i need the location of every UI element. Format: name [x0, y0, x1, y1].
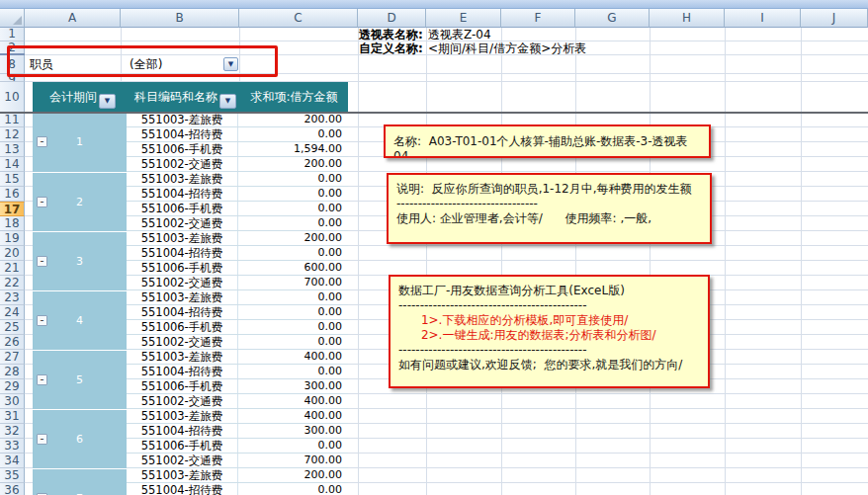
- account-cell[interactable]: 551002-交通费: [127, 157, 237, 171]
- pivot-name-value-cell[interactable]: 透视表Z-04: [428, 29, 491, 41]
- account-cell[interactable]: 551004-招待费: [127, 187, 237, 201]
- value-cell[interactable]: 0.00: [237, 365, 348, 378]
- column-header-g[interactable]: G: [575, 9, 650, 28]
- period-group-2[interactable]: -2: [33, 172, 127, 231]
- account-filter-dropdown-icon[interactable]: ▼: [219, 94, 236, 109]
- account-cell[interactable]: 551006-手机费: [127, 142, 237, 156]
- row-header-10[interactable]: 10: [0, 82, 25, 113]
- account-cell[interactable]: 551004-招待费: [127, 365, 237, 378]
- note-box-promo[interactable]: 数据工厂-用友数据查询分析工具(ExceL版)-----------------…: [389, 275, 710, 388]
- value-cell[interactable]: 400.00: [237, 394, 348, 408]
- value-cell[interactable]: 0.00: [237, 246, 348, 260]
- custom-name-label-cell[interactable]: 自定义名称:: [359, 42, 423, 55]
- custom-name-value-cell[interactable]: <期间/科目/借方金额>分析表: [428, 42, 586, 55]
- value-cell[interactable]: 400.00: [237, 350, 348, 364]
- select-all-corner[interactable]: [0, 9, 25, 28]
- row-header-24[interactable]: 24: [0, 305, 25, 320]
- value-cell[interactable]: 0.00: [237, 216, 348, 230]
- account-cell[interactable]: 551003-差旅费: [127, 350, 237, 364]
- account-cell[interactable]: 551002-交通费: [127, 394, 237, 408]
- row-header-32[interactable]: 32: [0, 424, 25, 439]
- value-cell[interactable]: 700.00: [237, 276, 348, 289]
- row-header-11[interactable]: 11: [0, 113, 25, 127]
- row-header-25[interactable]: 25: [0, 320, 25, 335]
- row-header-20[interactable]: 20: [0, 246, 25, 261]
- column-header-j[interactable]: J: [801, 9, 868, 28]
- account-cell[interactable]: 551003-差旅费: [127, 409, 237, 423]
- row-header-15[interactable]: 15: [0, 172, 25, 187]
- account-cell[interactable]: 551006-手机费: [127, 320, 237, 334]
- column-header-a[interactable]: A: [25, 9, 121, 28]
- pivot-header-values[interactable]: 求和项:借方金额: [240, 89, 348, 106]
- value-cell[interactable]: 300.00: [237, 424, 348, 438]
- account-cell[interactable]: 551006-手机费: [127, 439, 237, 453]
- period-filter-dropdown-icon[interactable]: ▼: [99, 94, 116, 109]
- account-cell[interactable]: 551003-差旅费: [127, 113, 237, 126]
- row-header-22[interactable]: 22: [0, 276, 25, 290]
- value-cell[interactable]: 300.00: [237, 379, 348, 393]
- account-cell[interactable]: 551002-交通费: [127, 454, 237, 467]
- account-cell[interactable]: 551004-招待费: [127, 127, 237, 141]
- row-header-23[interactable]: 23: [0, 290, 25, 305]
- column-header-b[interactable]: B: [121, 9, 239, 28]
- value-cell[interactable]: 600.00: [237, 261, 348, 275]
- account-cell[interactable]: 551004-招待费: [127, 424, 237, 438]
- value-cell[interactable]: 400.00: [237, 409, 348, 423]
- value-cell[interactable]: 0.00: [237, 320, 348, 334]
- period-group-7[interactable]: -7: [33, 468, 127, 495]
- account-cell[interactable]: 551002-交通费: [127, 216, 237, 230]
- account-cell[interactable]: 551006-手机费: [127, 202, 237, 215]
- column-header-e[interactable]: E: [426, 9, 501, 28]
- value-cell[interactable]: 0.00: [237, 172, 348, 186]
- column-header-i[interactable]: I: [725, 9, 801, 28]
- value-cell[interactable]: 0.00: [237, 335, 348, 349]
- account-cell[interactable]: 551003-差旅费: [127, 172, 237, 186]
- row-header-13[interactable]: 13: [0, 142, 25, 157]
- value-cell[interactable]: 0.00: [237, 187, 348, 201]
- period-group-5[interactable]: -5: [33, 350, 127, 409]
- row-header-36[interactable]: 36: [0, 483, 25, 495]
- account-cell[interactable]: 551004-招待费: [127, 483, 237, 495]
- account-cell[interactable]: 551002-交通费: [127, 276, 237, 289]
- column-header-c[interactable]: C: [239, 9, 358, 28]
- value-cell[interactable]: 0.00: [237, 305, 348, 319]
- note-box-name[interactable]: 名称: A03-T01-01个人核算-辅助总账-数据表-3-透视表04: [384, 124, 711, 158]
- row-header-30[interactable]: 30: [0, 394, 25, 409]
- row-header-14[interactable]: 14: [0, 157, 25, 172]
- account-cell[interactable]: 551003-差旅费: [127, 468, 237, 482]
- value-cell[interactable]: 0.00: [237, 439, 348, 453]
- column-header-h[interactable]: H: [650, 9, 725, 28]
- account-cell[interactable]: 551003-差旅费: [127, 231, 237, 245]
- value-cell[interactable]: 200.00: [237, 157, 348, 171]
- period-group-6[interactable]: -6: [33, 409, 127, 468]
- row-header-21[interactable]: 21: [0, 261, 25, 276]
- row-header-34[interactable]: 34: [0, 454, 25, 468]
- value-cell[interactable]: 0.00: [237, 127, 348, 141]
- row-header-31[interactable]: 31: [0, 409, 25, 424]
- value-cell[interactable]: 1,594.00: [237, 142, 348, 156]
- value-cell[interactable]: 700.00: [237, 454, 348, 467]
- column-header-d[interactable]: D: [358, 9, 426, 28]
- row-header-29[interactable]: 29: [0, 379, 25, 394]
- row-header-33[interactable]: 33: [0, 439, 25, 454]
- pivot-header-account[interactable]: 科目编码和名称: [127, 89, 217, 106]
- note-box-description[interactable]: 说明: 反应你所查询的职员,1-12月中,每种费用的发生额-----------…: [387, 173, 712, 244]
- value-cell[interactable]: 0.00: [237, 290, 348, 304]
- row-header-17[interactable]: 17: [0, 202, 25, 216]
- period-group-1[interactable]: -1: [33, 113, 127, 172]
- account-cell[interactable]: 551004-招待费: [127, 305, 237, 319]
- row-header-28[interactable]: 28: [0, 365, 25, 379]
- account-cell[interactable]: 551004-招待费: [127, 246, 237, 260]
- account-cell[interactable]: 551003-差旅费: [127, 290, 237, 304]
- value-cell[interactable]: 0.00: [237, 202, 348, 215]
- row-header-35[interactable]: 35: [0, 468, 25, 483]
- row-header-19[interactable]: 19: [0, 231, 25, 246]
- row-header-26[interactable]: 26: [0, 335, 25, 350]
- row-header-1[interactable]: 1: [0, 28, 25, 41]
- value-cell[interactable]: 0.00: [237, 483, 348, 495]
- row-header-12[interactable]: 12: [0, 127, 25, 142]
- row-header-16[interactable]: 16: [0, 187, 25, 202]
- account-cell[interactable]: 551006-手机费: [127, 261, 237, 275]
- account-cell[interactable]: 551006-手机费: [127, 379, 237, 393]
- period-group-4[interactable]: -4: [33, 290, 127, 350]
